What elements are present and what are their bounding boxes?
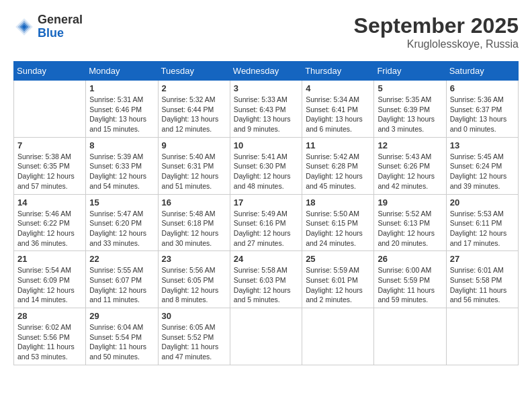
day-number: 23: [162, 254, 226, 264]
day-info: Sunrise: 6:00 AM Sunset: 5:59 PM Dayligh…: [378, 265, 442, 305]
day-number: 24: [234, 254, 298, 264]
day-info: Sunrise: 5:39 AM Sunset: 6:33 PM Dayligh…: [89, 152, 154, 191]
weekday-header-sunday: Sunday: [14, 62, 86, 81]
day-info: Sunrise: 5:56 AM Sunset: 6:05 PM Dayligh…: [162, 265, 226, 305]
calendar-cell: 18Sunrise: 5:50 AM Sunset: 6:15 PM Dayli…: [302, 194, 374, 251]
calendar-cell: 21Sunrise: 5:54 AM Sunset: 6:09 PM Dayli…: [14, 251, 86, 308]
calendar-cell: 19Sunrise: 5:52 AM Sunset: 6:13 PM Dayli…: [374, 194, 446, 251]
day-number: 11: [306, 140, 370, 150]
calendar-cell: 9Sunrise: 5:40 AM Sunset: 6:31 PM Daylig…: [158, 137, 230, 194]
day-info: Sunrise: 5:41 AM Sunset: 6:30 PM Dayligh…: [234, 152, 298, 191]
day-number: 10: [234, 140, 298, 150]
calendar-cell: 4Sunrise: 5:34 AM Sunset: 6:41 PM Daylig…: [302, 81, 374, 138]
day-info: Sunrise: 6:02 AM Sunset: 5:56 PM Dayligh…: [17, 322, 82, 362]
day-number: 18: [306, 197, 370, 208]
day-number: 4: [306, 83, 370, 93]
day-number: 1: [89, 83, 154, 93]
calendar-cell: [230, 308, 302, 365]
calendar-cell: 30Sunrise: 6:05 AM Sunset: 5:52 PM Dayli…: [158, 308, 230, 365]
day-number: 5: [378, 83, 442, 93]
day-info: Sunrise: 6:01 AM Sunset: 5:58 PM Dayligh…: [450, 265, 515, 305]
day-info: Sunrise: 5:52 AM Sunset: 6:13 PM Dayligh…: [378, 209, 442, 248]
location: Kruglolesskoye, Russia: [354, 38, 519, 50]
day-number: 12: [378, 140, 442, 150]
calendar: SundayMondayTuesdayWednesdayThursdayFrid…: [13, 61, 519, 365]
day-number: 27: [450, 254, 515, 264]
day-number: 7: [17, 140, 82, 150]
calendar-cell: [374, 308, 446, 365]
day-info: Sunrise: 5:54 AM Sunset: 6:09 PM Dayligh…: [17, 265, 82, 305]
day-number: 13: [450, 140, 515, 150]
day-number: 21: [17, 254, 82, 264]
day-info: Sunrise: 5:58 AM Sunset: 6:03 PM Dayligh…: [234, 265, 298, 305]
day-info: Sunrise: 5:34 AM Sunset: 6:41 PM Dayligh…: [306, 95, 370, 134]
calendar-cell: 1Sunrise: 5:31 AM Sunset: 6:46 PM Daylig…: [86, 81, 158, 138]
weekday-header-tuesday: Tuesday: [158, 62, 230, 81]
calendar-cell: 23Sunrise: 5:56 AM Sunset: 6:05 PM Dayli…: [158, 251, 230, 308]
logo-text: General Blue: [38, 13, 83, 40]
day-number: 6: [450, 83, 515, 93]
day-info: Sunrise: 5:33 AM Sunset: 6:43 PM Dayligh…: [234, 95, 298, 134]
day-number: 16: [162, 197, 226, 208]
day-number: 28: [17, 311, 82, 321]
day-info: Sunrise: 5:53 AM Sunset: 6:11 PM Dayligh…: [450, 209, 515, 248]
day-number: 25: [306, 254, 370, 264]
weekday-header-friday: Friday: [374, 62, 446, 81]
day-number: 26: [378, 254, 442, 264]
day-info: Sunrise: 5:43 AM Sunset: 6:26 PM Dayligh…: [378, 152, 442, 191]
day-info: Sunrise: 5:36 AM Sunset: 6:37 PM Dayligh…: [450, 95, 515, 134]
day-info: Sunrise: 5:35 AM Sunset: 6:39 PM Dayligh…: [378, 95, 442, 134]
calendar-cell: 10Sunrise: 5:41 AM Sunset: 6:30 PM Dayli…: [230, 137, 302, 194]
calendar-cell: 20Sunrise: 5:53 AM Sunset: 6:11 PM Dayli…: [446, 194, 518, 251]
logo-icon: [13, 16, 35, 38]
calendar-cell: 6Sunrise: 5:36 AM Sunset: 6:37 PM Daylig…: [446, 81, 518, 138]
day-info: Sunrise: 5:45 AM Sunset: 6:24 PM Dayligh…: [450, 152, 515, 191]
calendar-cell: 28Sunrise: 6:02 AM Sunset: 5:56 PM Dayli…: [14, 308, 86, 365]
calendar-cell: 27Sunrise: 6:01 AM Sunset: 5:58 PM Dayli…: [446, 251, 518, 308]
week-row-1: 1Sunrise: 5:31 AM Sunset: 6:46 PM Daylig…: [14, 81, 519, 138]
day-number: 17: [234, 197, 298, 208]
day-number: 2: [162, 83, 226, 93]
day-info: Sunrise: 5:40 AM Sunset: 6:31 PM Dayligh…: [162, 152, 226, 191]
day-info: Sunrise: 5:46 AM Sunset: 6:22 PM Dayligh…: [17, 209, 82, 248]
day-number: 3: [234, 83, 298, 93]
calendar-cell: [302, 308, 374, 365]
calendar-cell: 5Sunrise: 5:35 AM Sunset: 6:39 PM Daylig…: [374, 81, 446, 138]
calendar-cell: 26Sunrise: 6:00 AM Sunset: 5:59 PM Dayli…: [374, 251, 446, 308]
day-number: 19: [378, 197, 442, 208]
calendar-cell: 12Sunrise: 5:43 AM Sunset: 6:26 PM Dayli…: [374, 137, 446, 194]
calendar-cell: 24Sunrise: 5:58 AM Sunset: 6:03 PM Dayli…: [230, 251, 302, 308]
calendar-cell: 29Sunrise: 6:04 AM Sunset: 5:54 PM Dayli…: [86, 308, 158, 365]
week-row-3: 14Sunrise: 5:46 AM Sunset: 6:22 PM Dayli…: [14, 194, 519, 251]
day-number: 15: [89, 197, 154, 208]
week-row-4: 21Sunrise: 5:54 AM Sunset: 6:09 PM Dayli…: [14, 251, 519, 308]
day-info: Sunrise: 5:47 AM Sunset: 6:20 PM Dayligh…: [89, 209, 154, 248]
calendar-cell: 3Sunrise: 5:33 AM Sunset: 6:43 PM Daylig…: [230, 81, 302, 138]
day-info: Sunrise: 5:48 AM Sunset: 6:18 PM Dayligh…: [162, 209, 226, 248]
calendar-cell: [446, 308, 518, 365]
day-info: Sunrise: 6:05 AM Sunset: 5:52 PM Dayligh…: [162, 322, 226, 362]
calendar-cell: 13Sunrise: 5:45 AM Sunset: 6:24 PM Dayli…: [446, 137, 518, 194]
day-info: Sunrise: 5:42 AM Sunset: 6:28 PM Dayligh…: [306, 152, 370, 191]
day-info: Sunrise: 5:32 AM Sunset: 6:44 PM Dayligh…: [162, 95, 226, 134]
calendar-cell: 16Sunrise: 5:48 AM Sunset: 6:18 PM Dayli…: [158, 194, 230, 251]
calendar-cell: 7Sunrise: 5:38 AM Sunset: 6:35 PM Daylig…: [14, 137, 86, 194]
day-info: Sunrise: 6:04 AM Sunset: 5:54 PM Dayligh…: [89, 322, 154, 362]
calendar-cell: 11Sunrise: 5:42 AM Sunset: 6:28 PM Dayli…: [302, 137, 374, 194]
calendar-cell: 2Sunrise: 5:32 AM Sunset: 6:44 PM Daylig…: [158, 81, 230, 138]
weekday-header-monday: Monday: [86, 62, 158, 81]
day-number: 9: [162, 140, 226, 150]
weekday-header-row: SundayMondayTuesdayWednesdayThursdayFrid…: [14, 62, 519, 81]
month-title: September 2025: [354, 13, 519, 38]
logo: General Blue: [13, 13, 83, 40]
calendar-cell: 25Sunrise: 5:59 AM Sunset: 6:01 PM Dayli…: [302, 251, 374, 308]
calendar-cell: 8Sunrise: 5:39 AM Sunset: 6:33 PM Daylig…: [86, 137, 158, 194]
calendar-cell: 22Sunrise: 5:55 AM Sunset: 6:07 PM Dayli…: [86, 251, 158, 308]
weekday-header-wednesday: Wednesday: [230, 62, 302, 81]
day-number: 29: [89, 311, 154, 321]
week-row-5: 28Sunrise: 6:02 AM Sunset: 5:56 PM Dayli…: [14, 308, 519, 365]
day-number: 8: [89, 140, 154, 150]
calendar-cell: 17Sunrise: 5:49 AM Sunset: 6:16 PM Dayli…: [230, 194, 302, 251]
title-block: September 2025 Kruglolesskoye, Russia: [354, 13, 519, 50]
calendar-cell: [14, 81, 86, 138]
